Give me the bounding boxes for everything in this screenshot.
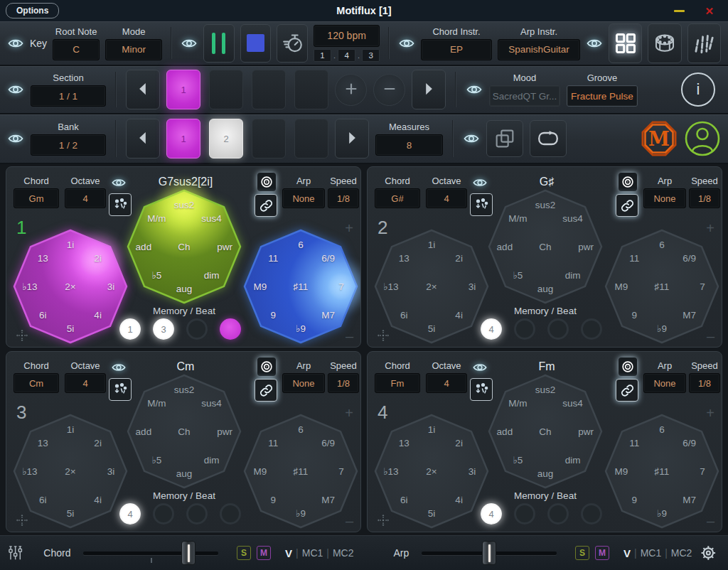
measures-value[interactable]: 8: [375, 134, 443, 156]
middle-chord-octagon[interactable]: sus2sus4pwrdimaug♭5addM/mCh: [486, 187, 605, 306]
panel-minus-button[interactable]: –: [346, 514, 353, 528]
arp-instrument-value[interactable]: SpanishGuitar: [498, 39, 580, 60]
chord-option-3i[interactable]: 3i: [107, 281, 115, 292]
panel-speed-value[interactable]: 1/8: [328, 188, 359, 208]
memory-slot-button[interactable]: [220, 318, 241, 340]
loop-button[interactable]: [530, 120, 567, 157]
chord-option-13[interactable]: 13: [38, 252, 48, 263]
mood-value[interactable]: SacredQT Gr...: [489, 85, 560, 107]
strum-view-button[interactable]: [687, 23, 721, 63]
section-value[interactable]: 1 / 1: [31, 85, 106, 107]
chord-option-6i[interactable]: 6i: [400, 495, 408, 505]
chord-option-m9[interactable]: M9: [253, 466, 267, 477]
arp-routing-v[interactable]: V: [623, 547, 631, 559]
options-button[interactable]: Options: [6, 3, 59, 18]
section-pad-3[interactable]: [252, 70, 286, 109]
section-pad-1[interactable]: 1: [166, 70, 200, 109]
chord-option-6[interactable]: 6: [298, 240, 304, 250]
chord-option-sus4[interactable]: sus4: [562, 397, 583, 408]
chord-option-4i[interactable]: 4i: [455, 495, 463, 505]
chord-option-m9[interactable]: M9: [253, 281, 267, 292]
link-button[interactable]: [616, 379, 638, 402]
panel-chord-value[interactable]: Fm: [375, 373, 420, 393]
chord-option-ch[interactable]: Ch: [539, 426, 551, 437]
section-next-button[interactable]: [412, 70, 446, 109]
view-visibility-eye-icon[interactable]: [586, 35, 603, 52]
chord-option-dim[interactable]: dim: [565, 270, 581, 281]
chord-option-ch[interactable]: Ch: [539, 242, 551, 252]
chord-option-5i[interactable]: 5i: [428, 507, 436, 518]
chord-option-7[interactable]: 7: [700, 466, 705, 477]
chord-option-1i[interactable]: 1i: [428, 424, 436, 435]
memory-slot-button[interactable]: [514, 318, 535, 340]
chord-option--5[interactable]: ♭5: [151, 269, 161, 281]
target-icon-button[interactable]: [257, 357, 276, 376]
section-pad-2[interactable]: [209, 70, 243, 109]
chord-instrument-value[interactable]: EP: [421, 39, 492, 60]
chord-option-11[interactable]: 11: [268, 437, 278, 448]
section-prev-button[interactable]: [126, 70, 160, 109]
chord-option-6-9[interactable]: 6/9: [682, 437, 696, 448]
key-visibility-eye-icon[interactable]: [7, 35, 24, 52]
chord-option--9[interactable]: ♭9: [296, 323, 306, 334]
chord-option-2-[interactable]: 2×: [65, 281, 75, 292]
copy-button[interactable]: [486, 120, 523, 157]
panel-minus-button[interactable]: –: [346, 329, 353, 343]
bpm-value[interactable]: 120 bpm: [314, 25, 380, 47]
arp-mute-button[interactable]: M: [595, 546, 609, 560]
memory-slot-button[interactable]: [547, 503, 569, 525]
chord-option-sus2[interactable]: sus2: [535, 200, 556, 210]
slider-handle[interactable]: [482, 541, 496, 565]
target-icon-button[interactable]: [619, 357, 637, 376]
metronome-button[interactable]: [277, 24, 308, 63]
chord-option-dim[interactable]: dim: [204, 455, 220, 466]
chord-option-1i[interactable]: 1i: [67, 424, 75, 435]
chord-option--13[interactable]: ♭13: [22, 281, 37, 292]
memory-slot-button[interactable]: [547, 318, 569, 340]
right-chord-octagon[interactable]: 66/97M7♭99M911♯11: [602, 227, 722, 346]
section-add-button[interactable]: [335, 74, 367, 106]
chord-option-6i[interactable]: 6i: [39, 310, 47, 321]
panel-arp-value[interactable]: None: [282, 188, 325, 208]
chord-option--9[interactable]: ♭9: [657, 323, 667, 334]
move-handle-icon[interactable]: [376, 513, 390, 527]
arp-routing-mc2[interactable]: MC2: [671, 547, 692, 559]
chord-routing-mc1[interactable]: MC1: [302, 547, 323, 559]
bank-pad-4[interactable]: [294, 119, 328, 158]
arp-routing-mc1[interactable]: MC1: [641, 547, 662, 559]
target-icon-button[interactable]: [257, 173, 276, 191]
chord-option-13[interactable]: 13: [399, 437, 410, 448]
panel-octave-value[interactable]: 4: [65, 188, 106, 208]
panel-chord-value[interactable]: G#: [375, 188, 420, 208]
chord-option-m7[interactable]: M7: [321, 495, 335, 505]
position-segment[interactable]: 1: [314, 49, 331, 62]
chord-option-aug[interactable]: aug: [176, 283, 193, 294]
bank-pad-3[interactable]: [252, 119, 286, 158]
panel-speed-value[interactable]: 1/8: [328, 373, 359, 393]
panel-arp-value[interactable]: None: [282, 373, 325, 393]
chord-routing-v[interactable]: V: [285, 547, 292, 559]
chord-option-pwr[interactable]: pwr: [578, 242, 594, 252]
info-button[interactable]: i: [681, 72, 715, 107]
chord-option--13[interactable]: ♭13: [383, 466, 398, 477]
chord-option-aug[interactable]: aug: [176, 468, 193, 478]
chord-option--9[interactable]: ♭9: [657, 507, 667, 519]
chord-option-add[interactable]: add: [497, 242, 513, 252]
chord-option-4i[interactable]: 4i: [455, 310, 463, 321]
panel-chord-value[interactable]: Cm: [14, 373, 59, 393]
position-segment[interactable]: 3: [362, 49, 380, 62]
chord-option-11[interactable]: 11: [629, 252, 639, 263]
chord-option--13[interactable]: ♭13: [383, 281, 398, 292]
memory-slot-button[interactable]: [514, 503, 535, 525]
chord-option-sus2[interactable]: sus2: [174, 385, 195, 395]
stop-button[interactable]: [240, 24, 272, 63]
chord-option-7[interactable]: 7: [338, 281, 344, 292]
bank-value[interactable]: 1 / 2: [31, 134, 106, 156]
chord-option-pwr[interactable]: pwr: [217, 426, 232, 437]
chord-option-add[interactable]: add: [136, 242, 152, 252]
memory-slot-button[interactable]: 3: [153, 318, 174, 340]
section-pad-4[interactable]: [294, 70, 328, 109]
panel-octave-value[interactable]: 4: [65, 373, 106, 393]
right-chord-octagon[interactable]: 66/97M7♭99M911♯11: [602, 412, 722, 531]
panel-minus-button[interactable]: –: [707, 514, 714, 528]
